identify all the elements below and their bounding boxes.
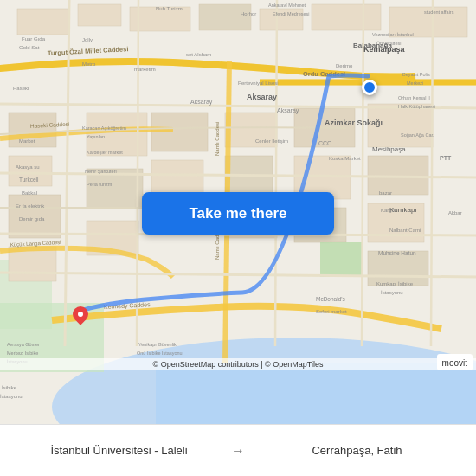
svg-text:Metro: Metro: [82, 61, 96, 67]
take-me-there-button[interactable]: Take me there: [142, 192, 334, 235]
svg-text:Nalbant Cami: Nalbant Cami: [389, 228, 421, 233]
svg-text:student affairs: student affairs: [424, 10, 454, 15]
moovit-logo: moovit: [437, 354, 473, 370]
svg-text:İsibike: İsibike: [2, 385, 17, 390]
svg-text:Jolly: Jolly: [82, 37, 93, 42]
svg-text:Muhsine Hatun: Muhsine Hatun: [378, 250, 416, 256]
svg-text:Nehir Şarküteri: Nehir Şarküteri: [85, 169, 117, 174]
svg-rect-8: [199, 4, 251, 30]
map-attribution: © OpenStreetMap contributors | © OpenMap…: [0, 358, 476, 370]
svg-rect-30: [368, 251, 428, 286]
svg-text:Demir gıda: Demir gıda: [19, 216, 45, 222]
svg-text:Perla turizm: Perla turizm: [87, 182, 113, 187]
svg-text:Merkezi: Merkezi: [407, 80, 423, 86]
destination-marker: [362, 80, 377, 95]
svg-text:Haseki: Haseki: [13, 86, 29, 91]
svg-text:Avrasya Göster: Avrasya Göster: [7, 342, 40, 347]
svg-text:Beyazıt Polis: Beyazıt Polis: [402, 72, 430, 77]
svg-rect-2: [156, 363, 476, 424]
svg-text:Veznecilar: İstanbul: Veznecilar: İstanbul: [372, 32, 414, 37]
svg-text:Aksaray: Aksaray: [247, 93, 277, 101]
svg-text:Efendi Medresesi: Efendi Medresesi: [273, 11, 310, 16]
svg-rect-6: [78, 4, 121, 26]
svg-text:Merkezi İsibike: Merkezi İsibike: [7, 351, 38, 356]
svg-text:Seferi market: Seferi market: [316, 309, 347, 314]
svg-text:Pertevniyal Lisesi: Pertevniyal Lisesi: [238, 80, 279, 86]
svg-text:Azimkar Sokağı: Azimkar Sokağı: [325, 119, 383, 127]
svg-text:Horhor: Horhor: [241, 11, 256, 16]
svg-text:Market: Market: [19, 138, 35, 144]
svg-text:Yayınları: Yayınları: [87, 134, 105, 139]
svg-text:Derimo: Derimo: [336, 63, 353, 68]
svg-text:PTT: PTT: [440, 155, 452, 161]
moovit-logo-text: moovit: [442, 358, 467, 368]
svg-text:Akbar: Akbar: [448, 210, 462, 215]
svg-text:Aksaray: Aksaray: [277, 107, 299, 114]
route-from: İstanbul Üniversitesi - Laleli: [14, 444, 224, 457]
svg-text:Fuar Gıda: Fuar Gıda: [22, 36, 46, 42]
svg-text:Koska Market: Koska Market: [329, 156, 361, 161]
svg-rect-10: [312, 4, 381, 30]
button-label: Take me there: [189, 205, 286, 222]
origin-marker: [71, 306, 90, 331]
svg-text:Balabanağa: Balabanağa: [353, 42, 392, 49]
svg-text:set Alsham: set Alsham: [186, 52, 211, 57]
svg-text:İstasyonu: İstasyonu: [381, 290, 403, 295]
svg-text:Mesihpaşa: Mesihpaşa: [372, 145, 406, 153]
svg-text:Kargo: Kargo: [381, 208, 396, 213]
svg-text:Orhan Kemal Il: Orhan Kemal Il: [398, 95, 430, 100]
svg-text:Önü İsibike İstasyonu: Önü İsibike İstasyonu: [137, 351, 183, 356]
svg-text:Turkcell: Turkcell: [19, 177, 39, 183]
svg-text:Aksaray: Aksaray: [190, 99, 213, 106]
svg-text:CCC: CCC: [318, 140, 331, 146]
svg-text:Bakkal: Bakkal: [22, 190, 37, 196]
svg-text:Kardeşler market: Kardeşler market: [87, 150, 123, 155]
route-arrow: →: [231, 443, 245, 459]
svg-text:marketim: marketim: [134, 67, 156, 72]
svg-text:bazar: bazar: [379, 190, 392, 196]
bottom-bar: İstanbul Üniversitesi - Laleli → Cerrahp…: [0, 424, 476, 476]
svg-text:Akasya su: Akasya su: [16, 164, 40, 170]
svg-text:Yenikapı Güvenlik: Yenikapı Güvenlik: [138, 342, 177, 347]
svg-text:Karacan Açıköğretim: Karacan Açıköğretim: [82, 125, 126, 131]
svg-text:Er fa elektrik: Er fa elektrik: [16, 203, 45, 209]
svg-text:Gold Sat: Gold Sat: [19, 45, 40, 50]
svg-rect-31: [320, 242, 363, 277]
svg-text:İstasyonu: İstasyonu: [0, 394, 23, 399]
svg-text:Soğan Ağa Car.: Soğan Ağa Car.: [401, 132, 434, 138]
map-container: Turgut Özal Millet Caddesi Ordu Caddesi …: [0, 0, 476, 424]
route-to: Cerrahpaşa, Fatih: [252, 444, 462, 457]
svg-text:Nuh Turizm: Nuh Turizm: [156, 6, 183, 11]
svg-text:Halk Kütüphanesi: Halk Kütüphanesi: [398, 104, 435, 109]
svg-text:Cenler Iletişim: Cenler Iletişim: [255, 138, 288, 144]
svg-text:Kumkapi İsibike: Kumkapi İsibike: [376, 281, 414, 286]
svg-text:McDonald's: McDonald's: [316, 296, 346, 302]
svg-text:Namlı Caddesi: Namlı Caddesi: [215, 122, 220, 156]
svg-rect-5: [17, 9, 69, 35]
svg-text:Ankaravî Mehmet: Ankaravî Mehmet: [268, 3, 306, 8]
